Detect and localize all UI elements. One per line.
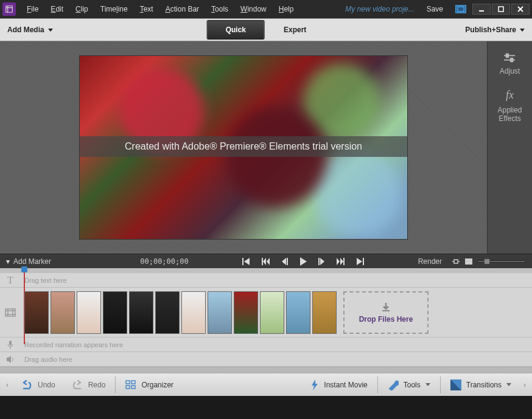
svg-rect-29 — [382, 310, 390, 311]
mode-toolbar: Add Media Quick Expert Publish+Share — [0, 18, 532, 41]
svg-rect-17 — [287, 258, 288, 265]
adjust-label: Adjust — [500, 67, 520, 75]
tools-icon — [388, 379, 399, 390]
clips-row: Drop Files Here — [24, 291, 528, 334]
divider — [377, 376, 378, 393]
applied-effects-button[interactable]: fx Applied Effects — [497, 89, 522, 123]
add-marker-label: Add Marker — [13, 257, 51, 266]
menu-action-bar[interactable]: Action Bar — [161, 2, 204, 16]
transitions-button[interactable]: Transitions — [443, 376, 519, 394]
zoom-controls — [452, 258, 526, 265]
expert-mode-tab[interactable]: Expert — [265, 20, 325, 40]
svg-marker-12 — [244, 258, 250, 265]
video-track-icon — [0, 308, 21, 317]
minimize-button[interactable] — [472, 4, 491, 15]
prev-clip-button[interactable] — [262, 258, 270, 265]
organizer-button[interactable]: Organizer — [118, 376, 181, 393]
svg-rect-13 — [262, 258, 263, 265]
scroll-right-button[interactable]: › — [520, 381, 530, 389]
publish-share-button[interactable]: Publish+Share — [465, 26, 525, 34]
menu-tools[interactable]: Tools — [206, 2, 233, 16]
side-panel: Adjust fx Applied Effects — [487, 41, 532, 254]
clip-thumbnail[interactable] — [103, 291, 127, 334]
instant-movie-button[interactable]: Instant Movie — [303, 376, 374, 394]
transport-controls — [195, 257, 412, 266]
clip-thumbnail[interactable] — [181, 291, 206, 334]
menu-window[interactable]: Window — [236, 2, 271, 16]
add-marker-button[interactable]: ▾ Add Marker — [6, 257, 134, 266]
zoom-slider-thumb[interactable] — [484, 258, 490, 265]
next-clip-button[interactable] — [336, 258, 345, 265]
clip-thumbnail[interactable] — [155, 291, 180, 334]
fit-button[interactable] — [452, 258, 460, 265]
add-media-button[interactable]: Add Media — [7, 26, 53, 34]
clip-thumbnail[interactable] — [51, 291, 75, 334]
close-button[interactable] — [511, 4, 530, 15]
timeline: T Drag text here Drop Files Here Recorde… — [0, 268, 532, 373]
save-button[interactable]: Save — [421, 2, 449, 16]
menu-help[interactable]: Help — [274, 2, 299, 16]
tools-button[interactable]: Tools — [380, 376, 438, 394]
clip-thumbnail[interactable] — [77, 291, 101, 334]
add-media-label: Add Media — [7, 26, 44, 34]
narration-track[interactable]: Recorded narration appears here — [0, 338, 532, 352]
caret-down-icon — [506, 383, 511, 386]
bottom-toolbar: ‹ Undo Redo Organizer Instant Movie Tool… — [0, 373, 532, 396]
redo-button[interactable]: Redo — [64, 376, 113, 393]
svg-marker-21 — [337, 258, 340, 265]
playback-bar: ▾ Add Marker 00;00;00;00 Render — [0, 254, 532, 268]
clip-thumbnail[interactable] — [129, 291, 153, 334]
play-button[interactable] — [299, 257, 307, 266]
transitions-label: Transitions — [466, 381, 502, 389]
adjust-panel-button[interactable]: Adjust — [500, 52, 520, 75]
video-track[interactable]: Drop Files Here — [0, 288, 532, 338]
redo-label: Redo — [88, 381, 106, 389]
drop-files-zone[interactable]: Drop Files Here — [343, 291, 429, 334]
tools-label: Tools — [404, 381, 421, 389]
text-track-icon: T — [0, 275, 21, 286]
svg-rect-32 — [126, 381, 130, 384]
text-track[interactable]: T Drag text here — [0, 273, 532, 288]
clip-thumbnail[interactable] — [24, 291, 49, 334]
clip-thumbnail[interactable] — [286, 291, 310, 334]
zoom-slider[interactable] — [477, 260, 526, 263]
step-back-button[interactable] — [281, 258, 289, 265]
audio-track[interactable]: Drag audio here — [0, 352, 532, 367]
clip-thumbnail[interactable] — [234, 291, 258, 334]
fullscreen-button[interactable] — [465, 258, 472, 265]
menu-file[interactable]: File — [22, 2, 43, 16]
clip-thumbnail[interactable] — [208, 291, 232, 334]
menu-text[interactable]: Text — [135, 2, 158, 16]
svg-rect-33 — [131, 381, 135, 384]
render-button[interactable]: Render — [418, 257, 442, 266]
menu-clip[interactable]: Clip — [71, 2, 93, 16]
goto-end-button[interactable] — [355, 258, 364, 265]
menu-edit[interactable]: Edit — [46, 2, 68, 16]
svg-marker-14 — [263, 258, 266, 265]
drop-files-label: Drop Files Here — [359, 315, 413, 324]
timeline-ruler[interactable] — [0, 268, 532, 273]
preview-video[interactable]: Created with Adobe® Premiere® Elements t… — [79, 55, 408, 240]
scroll-left-button[interactable]: ‹ — [2, 381, 12, 389]
menu-timeline[interactable]: Timeline — [96, 2, 133, 16]
maximize-button[interactable] — [492, 4, 510, 15]
timecode-display[interactable]: 00;00;00;00 — [140, 257, 189, 266]
svg-rect-28 — [5, 309, 15, 316]
quick-mode-tab[interactable]: Quick — [207, 20, 265, 40]
svg-rect-11 — [242, 258, 243, 265]
safe-margins-icon[interactable] — [455, 5, 466, 13]
clip-thumbnail[interactable] — [260, 291, 284, 334]
app-logo — [2, 2, 16, 16]
undo-button[interactable]: Undo — [13, 376, 63, 393]
menubar: FileEditClipTimelineTextAction BarToolsW… — [22, 2, 339, 16]
clip-thumbnail[interactable] — [312, 291, 337, 334]
step-forward-button[interactable] — [318, 258, 325, 265]
project-name-link[interactable]: My new video proje... — [345, 5, 414, 13]
svg-rect-27 — [465, 258, 472, 265]
svg-marker-36 — [312, 379, 318, 390]
timeline-scrollbar[interactable] — [0, 367, 532, 373]
preview-area: Created with Adobe® Premiere® Elements t… — [0, 41, 532, 254]
playhead[interactable] — [21, 266, 27, 272]
svg-rect-34 — [126, 386, 130, 389]
goto-start-button[interactable] — [242, 258, 251, 265]
